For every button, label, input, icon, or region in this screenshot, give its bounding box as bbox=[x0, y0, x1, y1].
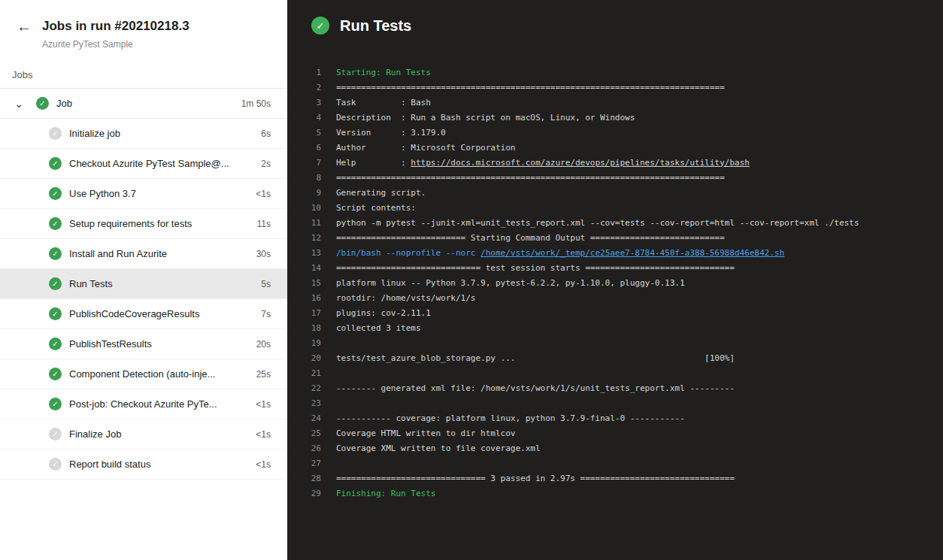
log-text-segment: Help : bbox=[336, 158, 411, 168]
log-text-segment: Version : 3.179.0 bbox=[336, 128, 446, 138]
log-line: 15platform linux -- Python 3.7.9, pytest… bbox=[287, 275, 943, 290]
log-line-text: ============================= test sessi… bbox=[336, 263, 735, 273]
line-number[interactable]: 29 bbox=[302, 489, 321, 498]
job-row-root[interactable]: ⌄✓Job1m 50s bbox=[0, 89, 287, 119]
line-number[interactable]: 3 bbox=[302, 98, 321, 107]
log-line-text: ========================== Starting Comm… bbox=[336, 233, 725, 243]
log-text-segment: Starting: Run Tests bbox=[336, 68, 431, 77]
back-button[interactable]: ← bbox=[17, 18, 32, 35]
log-text-segment: Author : Microsoft Corporation bbox=[336, 143, 515, 153]
job-step-row[interactable]: ✓Finalize Job<1s bbox=[0, 419, 287, 450]
log-line-text: Generating script. bbox=[336, 188, 426, 198]
muted-check-icon: ✓ bbox=[49, 127, 62, 140]
step-label: Use Python 3.7 bbox=[69, 188, 256, 199]
line-number[interactable]: 10 bbox=[302, 203, 321, 213]
log-line-text: Author : Microsoft Corporation bbox=[336, 143, 515, 153]
log-text-segment: ----------- coverage: platform linux, py… bbox=[336, 413, 685, 423]
job-step-row[interactable]: ✓Setup requirements for tests11s bbox=[0, 209, 287, 239]
line-number[interactable]: 24 bbox=[302, 413, 321, 423]
line-number[interactable]: 23 bbox=[302, 398, 321, 408]
log-line: 1Starting: Run Tests bbox=[287, 65, 943, 80]
job-step-row[interactable]: ✓Use Python 3.7<1s bbox=[0, 179, 287, 209]
step-label: Initialize job bbox=[69, 128, 261, 139]
job-step-row[interactable]: ✓Report build status<1s bbox=[0, 450, 287, 480]
log-line-text: rootdir: /home/vsts/work/1/s bbox=[336, 293, 475, 303]
success-icon: ✓ bbox=[49, 157, 62, 170]
log-line-text: -------- generated xml file: /home/vsts/… bbox=[336, 383, 735, 393]
job-step-row[interactable]: ✓PublishCodeCoverageResults7s bbox=[0, 299, 287, 329]
job-duration: 1m 50s bbox=[241, 98, 287, 109]
log-text-segment: Description : Run a Bash script on macOS… bbox=[336, 113, 635, 123]
line-number[interactable]: 27 bbox=[302, 459, 321, 468]
log-line: 5Version : 3.179.0 bbox=[287, 125, 943, 140]
line-number[interactable]: 13 bbox=[302, 248, 321, 258]
success-icon: ✓ bbox=[49, 307, 62, 320]
job-step-row[interactable]: ✓PublishTestResults20s bbox=[0, 329, 287, 359]
success-icon: ✓ bbox=[49, 277, 62, 290]
job-step-row[interactable]: ✓Install and Run Azurite30s bbox=[0, 239, 287, 269]
run-titles: Jobs in run #20210218.3 Azurite PyTest S… bbox=[42, 18, 190, 50]
log-line: 20tests/test_azure_blob_storage.py ... [… bbox=[287, 350, 943, 365]
line-number[interactable]: 28 bbox=[302, 474, 321, 483]
log-line: 27 bbox=[287, 456, 943, 471]
log-text-segment: /bin/bash --noprofile --norc bbox=[336, 248, 481, 258]
line-number[interactable]: 16 bbox=[302, 293, 321, 303]
step-label: PublishTestResults bbox=[69, 338, 256, 350]
line-number[interactable]: 6 bbox=[302, 143, 321, 153]
job-label: Job bbox=[56, 98, 241, 109]
job-step-row[interactable]: ✓Checkout Azurite PyTest Sample@...2s bbox=[0, 149, 287, 179]
log-line-text: platform linux -- Python 3.7.9, pytest-6… bbox=[336, 278, 685, 288]
line-number[interactable]: 22 bbox=[302, 383, 321, 393]
line-number[interactable]: 18 bbox=[302, 323, 321, 333]
success-icon: ✓ bbox=[36, 97, 49, 110]
line-number[interactable]: 5 bbox=[302, 128, 321, 138]
line-number[interactable]: 21 bbox=[302, 368, 321, 378]
line-number[interactable]: 25 bbox=[302, 428, 321, 438]
jobs-section-label: Jobs bbox=[0, 50, 287, 89]
log-line-text: Help : https://docs.microsoft.com/azure/… bbox=[336, 158, 750, 168]
step-duration: 2s bbox=[261, 159, 287, 169]
job-step-row[interactable]: ✓Component Detection (auto-inje...25s bbox=[0, 359, 287, 389]
line-number[interactable]: 17 bbox=[302, 308, 321, 318]
log-header: ✓ Run Tests bbox=[287, 0, 943, 35]
log-text-segment: Coverage XML written to file coverage.xm… bbox=[336, 443, 541, 453]
line-number[interactable]: 11 bbox=[302, 218, 321, 228]
job-step-row[interactable]: ✓Post-job: Checkout Azurite PyTe...<1s bbox=[0, 389, 287, 419]
step-label: Report build status bbox=[69, 459, 256, 470]
line-number[interactable]: 4 bbox=[302, 113, 321, 123]
log-line: 23 bbox=[287, 395, 943, 410]
job-step-row[interactable]: ✓Initialize job6s bbox=[0, 119, 287, 149]
job-step-row[interactable]: ✓Run Tests5s bbox=[0, 269, 287, 299]
log-text-segment: tests/test_azure_blob_storage.py ... [10… bbox=[336, 353, 735, 363]
log-text-segment: platform linux -- Python 3.7.9, pytest-6… bbox=[336, 278, 685, 288]
jobs-sidebar: ← Jobs in run #20210218.3 Azurite PyTest… bbox=[0, 0, 287, 560]
success-icon: ✓ bbox=[49, 368, 62, 380]
step-label: Install and Run Azurite bbox=[69, 248, 256, 259]
line-number[interactable]: 12 bbox=[302, 233, 321, 243]
line-number[interactable]: 8 bbox=[302, 173, 321, 183]
step-duration: <1s bbox=[256, 459, 287, 470]
log-text-segment: Generating script. bbox=[336, 188, 426, 198]
chevron-down-icon[interactable]: ⌄ bbox=[12, 98, 26, 110]
log-text-segment: ========================== Starting Comm… bbox=[336, 233, 725, 243]
line-number[interactable]: 26 bbox=[302, 443, 321, 453]
log-link[interactable]: https://docs.microsoft.com/azure/devops/… bbox=[411, 158, 749, 168]
line-number[interactable]: 1 bbox=[302, 68, 321, 77]
line-number[interactable]: 14 bbox=[302, 263, 321, 273]
line-number[interactable]: 2 bbox=[302, 83, 321, 92]
line-number[interactable]: 20 bbox=[302, 353, 321, 363]
log-line-text: Coverage XML written to file coverage.xm… bbox=[336, 443, 541, 453]
step-label: Finalize Job bbox=[69, 428, 256, 440]
log-line: 6Author : Microsoft Corporation bbox=[287, 140, 943, 155]
log-line-text: python -m pytest --junit-xml=unit_tests_… bbox=[336, 218, 859, 228]
step-label: PublishCodeCoverageResults bbox=[69, 308, 261, 319]
line-number[interactable]: 19 bbox=[302, 338, 321, 348]
log-line-text: ============================== 3 passed … bbox=[336, 474, 735, 483]
line-number[interactable]: 9 bbox=[302, 188, 321, 198]
line-number[interactable]: 15 bbox=[302, 278, 321, 288]
step-duration: <1s bbox=[256, 399, 287, 410]
line-number[interactable]: 7 bbox=[302, 158, 321, 168]
log-link[interactable]: /home/vsts/work/_temp/ce25aee7-8784-450f… bbox=[481, 248, 784, 258]
success-icon: ✓ bbox=[49, 187, 62, 200]
log-text-segment: Finishing: Run Tests bbox=[336, 489, 435, 498]
